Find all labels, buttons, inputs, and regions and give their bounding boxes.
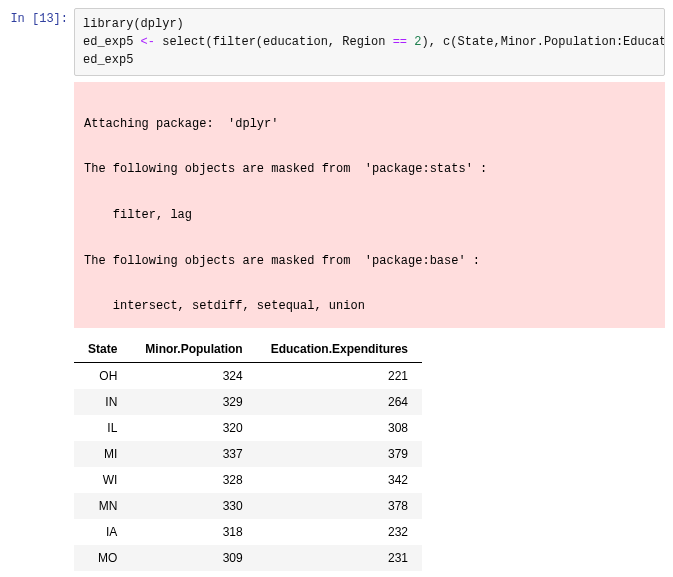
table-row: IN329264 xyxy=(74,389,422,415)
table-cell: 337 xyxy=(131,441,256,467)
table-cell: 329 xyxy=(131,389,256,415)
table-cell: 320 xyxy=(131,415,256,441)
assign-arrow: <- xyxy=(141,35,155,49)
table-cell: 333 xyxy=(131,571,256,577)
input-prompt: In [13]: xyxy=(8,8,74,26)
table-row: OH324221 xyxy=(74,362,422,389)
code-line-2-a: ed_exp5 xyxy=(83,35,141,49)
col-header-minor-pop: Minor.Population xyxy=(131,336,256,363)
table-row: WI328342 xyxy=(74,467,422,493)
code-input[interactable]: library(dplyr) ed_exp5 <- select(filter(… xyxy=(74,8,665,76)
table-header-row: State Minor.Population Education.Expendi… xyxy=(74,336,422,363)
table-row: MN330378 xyxy=(74,493,422,519)
cell-content: library(dplyr) ed_exp5 <- select(filter(… xyxy=(74,8,665,577)
table-cell: IA xyxy=(74,519,131,545)
table-cell: 309 xyxy=(131,545,256,571)
code-line-3: ed_exp5 xyxy=(83,53,133,67)
table-cell: 379 xyxy=(257,441,422,467)
table-cell: 342 xyxy=(257,467,422,493)
table-row: IL320308 xyxy=(74,415,422,441)
table-row: ND333246 xyxy=(74,571,422,577)
prompt-label: In [13]: xyxy=(10,12,68,26)
table-row: IA318232 xyxy=(74,519,422,545)
table-cell: 324 xyxy=(131,362,256,389)
table-cell: 232 xyxy=(257,519,422,545)
col-header-edu-exp: Education.Expenditures xyxy=(257,336,422,363)
table-cell: MI xyxy=(74,441,131,467)
table-body: OH324221IN329264IL320308MI337379WI328342… xyxy=(74,362,422,577)
code-line-1: library(dplyr) xyxy=(83,17,184,31)
table-cell: 330 xyxy=(131,493,256,519)
notebook-cell: In [13]: library(dplyr) ed_exp5 <- selec… xyxy=(8,8,665,577)
dataframe-output: State Minor.Population Education.Expendi… xyxy=(74,336,422,577)
table-row: MO309231 xyxy=(74,545,422,571)
table-cell: IL xyxy=(74,415,131,441)
table-cell: MO xyxy=(74,545,131,571)
table-head: State Minor.Population Education.Expendi… xyxy=(74,336,422,363)
table-cell: WI xyxy=(74,467,131,493)
table-row: MI337379 xyxy=(74,441,422,467)
code-line-2-c: ), c(State,Minor.Population:Education.Ex… xyxy=(421,35,665,49)
table-cell: 231 xyxy=(257,545,422,571)
table-cell: 378 xyxy=(257,493,422,519)
table-cell: OH xyxy=(74,362,131,389)
table-cell: 308 xyxy=(257,415,422,441)
table-cell: 264 xyxy=(257,389,422,415)
table-cell: IN xyxy=(74,389,131,415)
table-cell: MN xyxy=(74,493,131,519)
table-cell: 221 xyxy=(257,362,422,389)
table-cell: 328 xyxy=(131,467,256,493)
table-cell: ND xyxy=(74,571,131,577)
table-cell: 318 xyxy=(131,519,256,545)
stderr-output: Attaching package: 'dplyr' The following… xyxy=(74,82,665,328)
code-line-2-b: select(filter(education, Region xyxy=(155,35,393,49)
col-header-state: State xyxy=(74,336,131,363)
eq-operator: == xyxy=(393,35,407,49)
table-cell: 246 xyxy=(257,571,422,577)
